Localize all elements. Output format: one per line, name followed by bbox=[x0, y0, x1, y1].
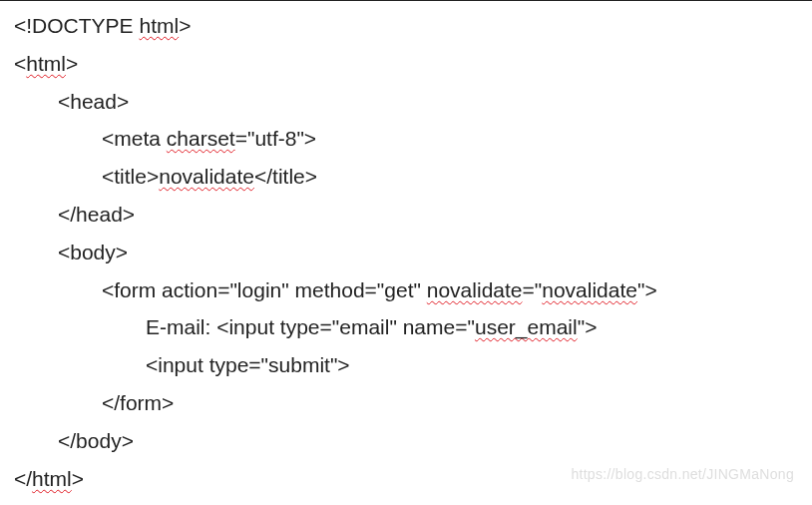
code-line-7: <body> bbox=[14, 234, 812, 271]
txt: </head> bbox=[58, 203, 135, 226]
spell-squiggle: html bbox=[32, 467, 72, 490]
code-line-5: <title>novalidate</title> bbox=[14, 158, 812, 196]
txt: =" bbox=[523, 278, 543, 301]
txt: > bbox=[72, 467, 84, 490]
spell-squiggle: novalidate bbox=[427, 278, 523, 301]
spell-squiggle: novalidate bbox=[159, 165, 254, 188]
code-line-3: <head> bbox=[14, 83, 812, 121]
code-line-8: <form action="login" method="get" novali… bbox=[14, 271, 812, 309]
code-line-2: <html> bbox=[14, 45, 812, 83]
txt: "> bbox=[578, 315, 598, 338]
txt: <body> bbox=[58, 241, 128, 263]
code-line-10: <input type="submit"> bbox=[14, 346, 812, 384]
txt: </form> bbox=[102, 391, 174, 414]
txt: </title> bbox=[254, 165, 317, 188]
txt: "> bbox=[637, 278, 657, 301]
spell-squiggle: html bbox=[26, 52, 66, 75]
spell-squiggle: novalidate bbox=[542, 278, 637, 301]
txt: <input type="submit"> bbox=[146, 353, 350, 376]
txt: < bbox=[14, 52, 26, 75]
code-line-6: </head> bbox=[14, 196, 812, 234]
txt: </body> bbox=[58, 429, 134, 452]
txt: <form action="login" method="get" bbox=[102, 278, 427, 301]
code-line-4: <meta charset="utf-8"> bbox=[14, 120, 812, 158]
txt: > bbox=[179, 14, 191, 37]
txt: <head> bbox=[58, 90, 129, 113]
spell-squiggle: user_email bbox=[475, 315, 578, 338]
txt: <!DOCTYPE bbox=[14, 14, 139, 37]
code-line-9: E-mail: <input type="email" name="user_e… bbox=[14, 308, 812, 346]
watermark-text: https://blog.csdn.net/JINGMaNong bbox=[571, 462, 794, 487]
txt: </ bbox=[14, 467, 32, 490]
code-line-12: </body> bbox=[14, 422, 812, 460]
txt: <title> bbox=[102, 165, 159, 188]
code-line-1: <!DOCTYPE html> bbox=[14, 7, 812, 45]
spell-squiggle: charset bbox=[167, 127, 235, 150]
code-snippet: <!DOCTYPE html> <html> <head> <meta char… bbox=[0, 1, 812, 497]
txt: ="utf-8"> bbox=[235, 127, 316, 150]
spell-squiggle: html bbox=[139, 14, 179, 37]
txt: E-mail: <input type="email" name=" bbox=[146, 315, 475, 338]
txt: <meta bbox=[102, 127, 167, 150]
code-line-11: </form> bbox=[14, 384, 812, 422]
txt: > bbox=[66, 52, 78, 75]
